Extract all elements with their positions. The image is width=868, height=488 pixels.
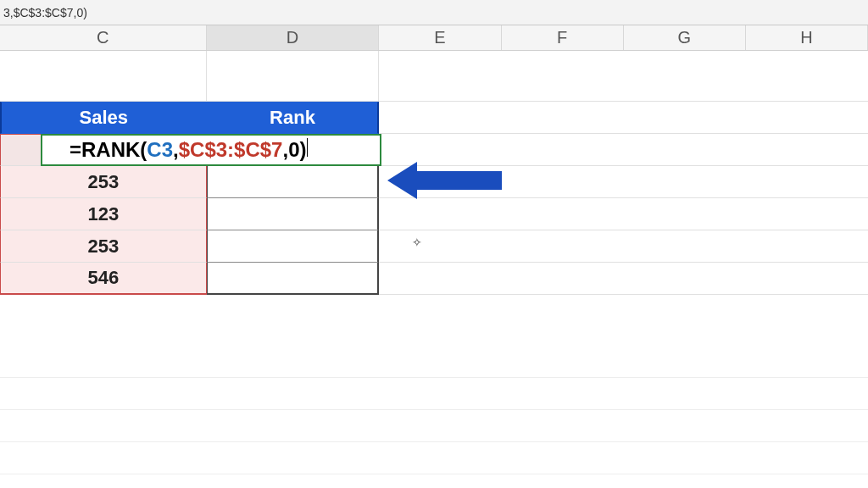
formula-prefix: =RANK( — [70, 138, 147, 162]
cell-rest-3[interactable] — [379, 134, 868, 166]
cell-c6[interactable]: 253 — [0, 230, 207, 263]
row-4: 253 — [0, 166, 868, 198]
cell-d1[interactable] — [207, 51, 380, 102]
row-7: 546 — [0, 263, 868, 295]
col-header-f[interactable]: F — [502, 25, 624, 50]
formula-comma2: , — [282, 138, 288, 162]
cell-c1[interactable] — [0, 51, 207, 102]
col-header-h[interactable]: H — [746, 25, 868, 50]
cell-cursor-icon: ✧ — [412, 236, 422, 249]
cell-d7[interactable] — [207, 263, 380, 295]
formula-suffix: ) — [299, 138, 306, 162]
row-3: =RANK(C3,$C$3:$C$7,0) — [0, 134, 868, 166]
header-rank[interactable]: Rank — [207, 102, 380, 134]
formula-bar[interactable]: 3,$C$3:$C$7,0) — [0, 0, 868, 25]
formula-editing-cell[interactable]: =RANK(C3,$C$3:$C$7,0) — [41, 134, 381, 166]
col-header-d[interactable]: D — [207, 25, 380, 50]
row-5: 123 — [0, 198, 868, 230]
cell-d5[interactable] — [207, 198, 380, 230]
column-headers: C D E F G H — [0, 25, 868, 51]
cell-c4[interactable]: 253 — [0, 166, 207, 198]
cell-rest-5[interactable] — [379, 198, 868, 230]
cell-c3-leftpad[interactable] — [0, 134, 41, 166]
formula-comma1: , — [173, 138, 179, 162]
formula-range: $C$3:$C$7 — [179, 138, 283, 162]
cell-rest-1[interactable] — [379, 51, 868, 102]
cell-c7[interactable]: 546 — [0, 263, 207, 295]
row-1[interactable] — [0, 51, 868, 102]
col-header-g[interactable]: G — [624, 25, 746, 50]
spreadsheet-grid: C D E F G H Sales Rank =RANK(C3,$C$3:$C$… — [0, 25, 868, 295]
cell-d4[interactable] — [207, 166, 380, 198]
formula-text: =RANK(C3,$C$3:$C$7,0) — [70, 138, 308, 162]
formula-bar-text: 3,$C$3:$C$7,0) — [3, 6, 87, 19]
header-sales[interactable]: Sales — [0, 102, 207, 134]
col-header-c[interactable]: C — [0, 25, 207, 50]
cell-rest-7[interactable] — [379, 263, 868, 295]
cell-rest-6[interactable] — [379, 230, 868, 263]
cell-rest-2[interactable] — [379, 102, 868, 134]
cell-d6[interactable] — [207, 230, 380, 263]
text-cursor — [307, 138, 308, 157]
formula-ref1: C3 — [147, 138, 173, 162]
col-header-e[interactable]: E — [379, 25, 501, 50]
row-6: 253 — [0, 230, 868, 263]
cell-rest-4[interactable] — [379, 166, 868, 198]
row-2-headers: Sales Rank — [0, 102, 868, 134]
formula-arg3: 0 — [288, 138, 299, 162]
sheet-body[interactable]: Sales Rank =RANK(C3,$C$3:$C$7,0) 253 123 — [0, 51, 868, 295]
cell-c5[interactable]: 123 — [0, 198, 207, 230]
